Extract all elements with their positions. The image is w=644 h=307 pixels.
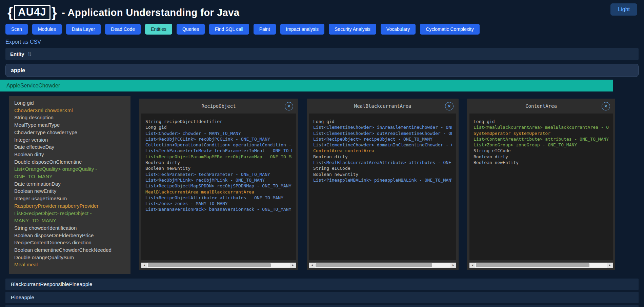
entity-field: Long gid xyxy=(145,124,292,130)
entity-column-header[interactable]: Entity ⇅ xyxy=(5,48,639,60)
entity-field-link[interactable]: ContentArea contentArea xyxy=(313,148,452,154)
entity-field-link[interactable]: List<MealBlackcurrantArea> mealBlackcurr… xyxy=(474,124,609,130)
field-item: Boolean disposeOnElderberryPrice xyxy=(14,232,125,239)
scroll-right-icon[interactable]: ► xyxy=(290,263,296,268)
panel-body: String recipeObjectIdentifierLong gidLis… xyxy=(141,114,296,260)
entity-detail-area: Long gidChowderXml chowderXmlString desc… xyxy=(9,96,644,274)
entity-field-link[interactable]: List<TechParameterInMeal> techParameterI… xyxy=(145,148,292,154)
entity-field: Boolean dirty xyxy=(313,154,452,160)
nav-button-vocabulary[interactable]: Vocabulary xyxy=(381,24,416,35)
panel-title: MealBlackcurrantArea xyxy=(354,103,411,109)
field-item: Integer version xyxy=(14,136,125,144)
field-item: RecipeContentDoneness direction xyxy=(14,239,125,246)
entity-panel-mealblackcurrantarea: MealBlackcurrantArea✕Long gidList<Clemen… xyxy=(307,99,459,270)
entity-field-link[interactable]: List<RecipeObject> recipeObject - ONE_TO… xyxy=(313,136,452,142)
entity-field-link[interactable]: List<RecipeObjectMapSPDDN> recObjSPDDNMa… xyxy=(145,183,292,189)
entity-field: Long gid xyxy=(474,119,609,124)
scroll-right-icon[interactable]: ► xyxy=(450,263,456,268)
panel-header: RecipeObject✕ xyxy=(141,99,296,114)
nav-button-scan[interactable]: Scan xyxy=(5,24,28,35)
scroll-left-icon[interactable]: ◄ xyxy=(469,263,475,268)
entity-row-blackcurrantresponsiblepineapple[interactable]: BlackcurrantResponsiblePineapple xyxy=(5,279,639,290)
entity-row-pineapple[interactable]: Pineapple xyxy=(5,292,639,303)
entity-field: Boolean dirty xyxy=(145,160,292,165)
entity-search-input[interactable] xyxy=(5,64,639,77)
nav-button-dead-code[interactable]: Dead Code xyxy=(105,24,141,35)
entity-field-link[interactable]: List<TechParameter> techParameter - ONE_… xyxy=(145,171,292,177)
field-item-link[interactable]: List<OrangeQuality> orangeQuality - ONE_… xyxy=(14,165,125,180)
field-item: MealType mealType xyxy=(14,121,125,129)
field-item-link[interactable]: List<RecipeObject> recipeObject - MANY_T… xyxy=(14,210,125,224)
panel-title: ContentArea xyxy=(525,103,557,109)
panel-title: RecipeObject xyxy=(201,103,236,109)
logo-open-brace: { xyxy=(7,5,13,20)
entity-field-link[interactable]: List<RecObjMPLink> recObjMPLink - ONE_TO… xyxy=(145,177,292,183)
field-item: Date effectiveDay xyxy=(14,143,125,151)
nav-button-queries[interactable]: Queries xyxy=(177,24,205,35)
entity-field-link[interactable]: List<BananaVersionPack> bananaVersionPac… xyxy=(145,206,292,212)
selected-entity-row[interactable]: AppleServiceChowder xyxy=(0,80,613,91)
entity-field-link[interactable]: List<ZoneGroup> zoneGroup - ONE_TO_MANY xyxy=(474,142,609,148)
panel-body: Long gidList<MealBlackcurrantArea> mealB… xyxy=(469,114,613,260)
close-icon[interactable]: ✕ xyxy=(602,102,610,110)
scroll-left-icon[interactable]: ◄ xyxy=(309,263,315,268)
entity-field-link[interactable]: List<ClementineChowder> inAreaClementine… xyxy=(313,124,452,130)
entity-field-link[interactable]: List<PineappleMBALink> pineappleMBALink … xyxy=(313,177,452,183)
app-header: { AU4J } - Application Understanding for… xyxy=(0,0,644,22)
close-icon[interactable]: ✕ xyxy=(445,102,454,110)
entity-row-pineappleattribute[interactable]: PineappleAttribute xyxy=(5,305,639,307)
entity-field-link[interactable]: List<RecObjPCGLink> recObjPCGLink - ONE_… xyxy=(145,136,292,142)
entity-field-link[interactable]: List<Zone> zones - MANY_TO_MANY xyxy=(145,201,292,206)
scrollbar-track[interactable] xyxy=(147,263,290,268)
field-item: Double orangeQualitySum xyxy=(14,254,125,261)
entity-field-link[interactable]: List<MealBlackcurrantAreaAttribute> attr… xyxy=(313,160,452,165)
scrollbar-thumb[interactable] xyxy=(476,263,589,267)
field-item: Boolean dirty xyxy=(14,151,125,158)
entity-field-link[interactable]: List<ClementineChowder> domainInClementi… xyxy=(313,142,452,148)
scrollbar-thumb[interactable] xyxy=(316,263,432,267)
nav-button-entities[interactable]: Entities xyxy=(145,24,172,35)
sort-icon[interactable]: ⇅ xyxy=(27,51,32,57)
horizontal-scrollbar[interactable]: ◄► xyxy=(309,263,456,268)
nav-button-data-layer[interactable]: Data Layer xyxy=(66,24,101,35)
scrollbar-track[interactable] xyxy=(475,263,607,268)
entity-field-link[interactable]: List<RecipeObjectParamMapMER> recObjPara… xyxy=(145,154,292,160)
nav-button-impact-analysis[interactable]: Impact analysis xyxy=(280,24,324,35)
horizontal-scrollbar[interactable]: ◄► xyxy=(141,263,296,268)
entity-field: Boolean newEntity xyxy=(474,160,609,165)
export-csv-link[interactable]: Export as CSV xyxy=(5,39,41,45)
entity-field-link[interactable]: MealBlackcurrantArea mealBlackcurrantAre… xyxy=(145,189,292,195)
entity-field-link[interactable]: List<ClementineChowder> outAreaClementin… xyxy=(313,130,452,136)
field-item: Boolean clementineChowderCheckNeeded xyxy=(14,246,125,254)
close-icon[interactable]: ✕ xyxy=(285,102,293,110)
entity-field-link[interactable]: List<Chowder> chowder - MANY_TO_MANY xyxy=(145,130,292,136)
entity-field: Boolean newEntity xyxy=(313,171,452,177)
nav-button-paint[interactable]: Paint xyxy=(254,24,276,35)
entity-field-link[interactable]: SystemOperator systemOperator xyxy=(474,130,609,136)
scroll-left-icon[interactable]: ◄ xyxy=(141,263,147,268)
field-item: Integer usageTimeSum xyxy=(14,195,125,202)
entity-panel-contentarea: ContentArea✕Long gidList<MealBlackcurran… xyxy=(467,99,615,270)
scrollbar-thumb[interactable] xyxy=(148,263,271,267)
nav-button-cyclomatic-complexity[interactable]: Cyclomatic Complexity xyxy=(420,24,480,35)
entity-panels: RecipeObject✕String recipeObjectIdentifi… xyxy=(139,96,615,270)
theme-toggle-button[interactable]: Light xyxy=(610,3,637,16)
entity-column-label: Entity xyxy=(10,51,24,57)
logo-close-brace: } xyxy=(52,5,57,20)
nav-button-security-analysis[interactable]: Security Analysis xyxy=(329,24,376,35)
horizontal-scrollbar[interactable]: ◄► xyxy=(469,263,613,268)
entity-field-link[interactable]: List<ContentAreaAttribute> attributes - … xyxy=(474,136,609,142)
scroll-right-icon[interactable]: ► xyxy=(607,263,613,268)
scrollbar-track[interactable] xyxy=(315,263,450,268)
field-item-link[interactable]: RaspberryProvider raspberryProvider xyxy=(14,202,125,210)
entity-field: String recipeObjectIdentifier xyxy=(145,119,292,124)
fields-panel: Long gidChowderXml chowderXmlString desc… xyxy=(9,96,130,274)
nav-button-modules[interactable]: Modules xyxy=(32,24,62,35)
field-item-link[interactable]: Meal meal xyxy=(14,261,125,268)
nav-button-find-sql-call[interactable]: Find SQL call xyxy=(209,24,249,35)
page-title: - Application Understanding for Java xyxy=(62,7,239,18)
field-item-link[interactable]: ChowderXml chowderXml xyxy=(14,107,125,114)
panel-body: Long gidList<ClementineChowder> inAreaCl… xyxy=(309,114,456,260)
entity-field-link[interactable]: Collection<OperationalCondition> operati… xyxy=(145,142,292,148)
entity-field-link[interactable]: List<RecipeObjectAttribute> attributes -… xyxy=(145,195,292,201)
